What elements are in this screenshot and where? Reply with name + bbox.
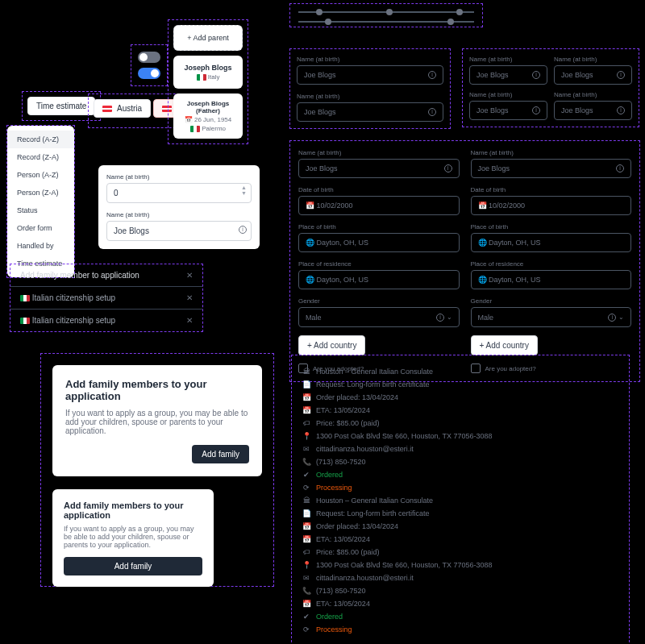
person-card[interactable]: Joseph Blogs Italy xyxy=(173,56,243,89)
info-icon: i xyxy=(532,71,540,79)
info-text: Processing xyxy=(316,484,352,492)
dob-input[interactable]: 📅 10/02/2000 xyxy=(298,196,460,215)
field-label: Gender xyxy=(471,297,632,305)
add-country-button[interactable]: + Add country xyxy=(471,335,538,355)
close-icon[interactable]: ✕ xyxy=(186,293,193,302)
info-text: Price: $85.00 (paid) xyxy=(316,548,380,556)
check-icon: ✔ xyxy=(302,471,311,479)
field-label: Name (at birth) xyxy=(469,91,547,98)
sort-option[interactable]: Person (A-Z) xyxy=(7,166,74,184)
add-family-button[interactable]: Add family xyxy=(192,445,249,463)
dob-input[interactable]: 📅 10/02/2000 xyxy=(471,196,632,215)
modal-item[interactable]: Italian citizenship setup ✕ xyxy=(10,310,202,331)
name-input[interactable]: Joe Blogsi xyxy=(298,159,460,178)
document-icon: 📄 xyxy=(302,509,311,517)
austria-flag-icon xyxy=(102,106,112,112)
add-country-button[interactable]: + Add country xyxy=(298,335,365,355)
info-text: 1300 Post Oak Blvd Ste 660, Houston, TX … xyxy=(316,561,492,569)
name-input[interactable] xyxy=(106,221,252,241)
info-icon: i xyxy=(436,314,444,322)
info-text: (713) 850-7520 xyxy=(316,587,366,595)
name-input[interactable]: Joe Blogsi xyxy=(554,65,632,85)
number-input[interactable] xyxy=(106,183,252,203)
sort-option[interactable]: Order form xyxy=(7,219,74,237)
slider-1[interactable] xyxy=(298,11,474,13)
sort-option[interactable]: Handled by xyxy=(7,237,74,255)
field-label: Gender xyxy=(298,297,460,305)
phone-icon: 📞 xyxy=(302,458,311,466)
info-row: 📅ETA: 13/05/2024 xyxy=(302,533,619,546)
gender-select[interactable]: Malei ⌄ xyxy=(471,307,632,327)
gender-select[interactable]: Malei ⌄ xyxy=(298,307,460,327)
add-parent-button[interactable]: + Add parent xyxy=(173,25,243,51)
calendar-icon: 📅 xyxy=(302,393,311,401)
sort-option[interactable]: Record (Z-A) xyxy=(7,148,74,166)
promo-title: Add family members to your application xyxy=(64,501,202,520)
info-text: Houston – General Italian Consulate xyxy=(316,368,433,376)
close-icon[interactable]: ✕ xyxy=(186,316,193,325)
info-icon: i xyxy=(428,108,436,116)
info-icon: i xyxy=(532,106,540,114)
slider-2[interactable] xyxy=(298,21,474,23)
chevron-down-icon: ⌄ xyxy=(447,314,452,321)
name-input[interactable]: Joe Blogsi xyxy=(469,101,547,120)
info-icon: i xyxy=(444,164,452,172)
toggle-on[interactable] xyxy=(138,68,160,79)
building-icon: 🏛 xyxy=(302,497,311,505)
info-icon: i xyxy=(239,226,247,234)
por-input[interactable]: 🌐 Dayton, OH, US xyxy=(298,270,460,289)
name-input[interactable]: Joe Blogsi xyxy=(554,101,632,120)
info-row: ✔Ordered xyxy=(302,468,619,481)
por-input[interactable]: 🌐 Dayton, OH, US xyxy=(471,270,632,289)
name-input[interactable]: Joe Blogsi xyxy=(471,159,632,178)
field-label: Name (at birth) xyxy=(297,56,443,63)
field-label: Name (at birth) xyxy=(297,93,443,100)
name-label: Name (at birth) xyxy=(106,211,252,218)
info-text: ETA: 13/05/2024 xyxy=(316,406,370,414)
info-row: 📄Request: Long-form birth certificate xyxy=(302,378,619,391)
info-text: Order placed: 13/04/2024 xyxy=(316,522,398,530)
info-text: cittadinanza.houston@esteri.it xyxy=(316,574,414,582)
close-icon[interactable]: ✕ xyxy=(186,271,193,280)
italy-flag-icon xyxy=(20,318,30,324)
person-detail-card[interactable]: Joseph Blogs (Father) 📅 26 Jun, 1954 Pal… xyxy=(173,93,243,139)
field-label: Name (at birth) xyxy=(298,149,460,156)
name-input[interactable]: Joe Blogsi xyxy=(297,65,443,85)
document-icon: 📄 xyxy=(302,380,311,388)
time-estimate-chip[interactable]: Time estimate xyxy=(27,97,95,115)
name-input[interactable]: Joe Blogsi xyxy=(297,102,443,122)
field-label: Place of residence xyxy=(471,260,632,268)
info-row: 📅ETA: 13/05/2024 xyxy=(302,597,619,610)
info-row: 📅Order placed: 13/04/2024 xyxy=(302,520,619,533)
sort-option[interactable]: Status xyxy=(7,202,74,219)
field-label: Place of residence xyxy=(298,260,460,268)
pob-input[interactable]: 🌐 Dayton, OH, US xyxy=(471,233,632,252)
add-family-button[interactable]: Add family xyxy=(64,557,202,575)
pin-icon: 📍 xyxy=(302,561,311,569)
info-icon: i xyxy=(608,314,616,322)
calendar-icon: 📅 xyxy=(302,535,311,543)
sort-option[interactable]: Record (A-Z) xyxy=(7,131,74,148)
info-text: Processing xyxy=(316,625,352,634)
chevron-down-icon: ⌄ xyxy=(618,314,624,321)
info-row: ✔Ordered xyxy=(302,610,619,623)
sort-option[interactable]: Person (Z-A) xyxy=(7,184,74,202)
info-row: ✉cittadinanza.houston@esteri.it xyxy=(302,571,619,584)
toggle-off[interactable] xyxy=(138,52,160,63)
info-row: 🏷Price: $85.00 (paid) xyxy=(302,417,619,430)
pin-icon: 📍 xyxy=(302,432,311,440)
promo-title: Add family members to your application xyxy=(65,378,249,402)
promo-body: If you want to apply as a group, you may… xyxy=(64,525,202,549)
promo-card-large: Add family members to your application I… xyxy=(52,365,262,476)
modal-item[interactable]: Italian citizenship setup ✕ xyxy=(10,287,202,310)
name-input[interactable]: Joe Blogsi xyxy=(469,65,547,85)
info-row: ⟳Processing xyxy=(302,623,619,636)
info-row: ✉cittadinanza.houston@esteri.it xyxy=(302,442,619,455)
info-row: 🏛Houston – General Italian Consulate xyxy=(302,494,619,507)
austria-chip-outline[interactable]: Austria xyxy=(94,99,151,118)
sort-menu: Record (A-Z)Record (Z-A)Person (A-Z)Pers… xyxy=(7,126,74,277)
field-label: Place of birth xyxy=(471,223,632,231)
info-text: 1300 Post Oak Blvd Ste 660, Houston, TX … xyxy=(316,432,492,440)
field-label: Name (at birth) xyxy=(554,91,632,98)
pob-input[interactable]: 🌐 Dayton, OH, US xyxy=(298,233,460,252)
